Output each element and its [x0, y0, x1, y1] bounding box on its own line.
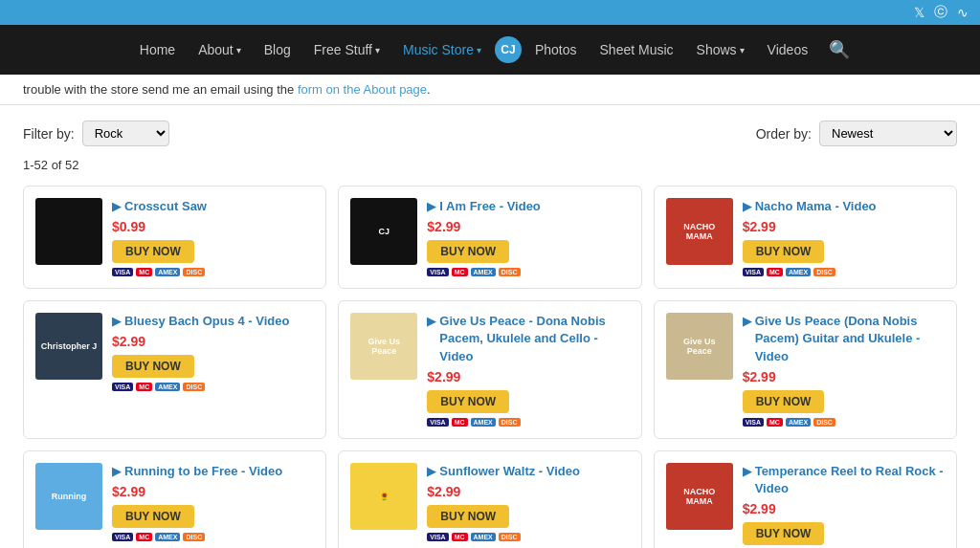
filter-select[interactable]: Rock Blues Classical Country Jazz Pop	[82, 121, 169, 146]
buy-now-button[interactable]: BUY NOW	[427, 505, 509, 528]
product-info: ▶Running to be Free - Video$2.99BUY NOWV…	[112, 463, 314, 541]
amex-icon: AMEX	[786, 418, 811, 427]
mc-icon: MC	[136, 383, 152, 391]
twitter-icon: 𝕏	[914, 5, 924, 20]
play-icon: ▶	[743, 199, 751, 215]
search-icon[interactable]: 🔍	[829, 39, 850, 60]
play-icon: ▶	[112, 199, 121, 215]
play-icon: ▶	[112, 464, 121, 480]
nav-shows[interactable]: Shows ▾	[687, 36, 754, 63]
product-title: ▶Running to be Free - Video	[112, 463, 314, 480]
mc-icon: MC	[767, 268, 783, 276]
product-info: ▶Nacho Mama - Video$2.99BUY NOWVISAMCAME…	[743, 198, 945, 276]
filter-row: Filter by: Rock Blues Classical Country …	[23, 121, 957, 146]
buy-now-button[interactable]: BUY NOW	[112, 240, 194, 263]
rss-icon: ∿	[957, 5, 969, 20]
product-title: ▶Sunflower Waltz - Video	[427, 463, 629, 480]
instagram-icon: ⓒ	[934, 4, 947, 19]
product-thumbnail: 🌻	[350, 463, 417, 530]
nav-photos[interactable]: Photos	[525, 36, 587, 63]
disc-icon: DISC	[499, 418, 521, 427]
payment-icons: VISAMCAMEXDISC	[743, 418, 945, 427]
play-icon: ▶	[743, 464, 751, 480]
music-store-dropdown-arrow: ▾	[477, 45, 481, 55]
disc-icon: DISC	[813, 268, 835, 276]
buy-now-button[interactable]: BUY NOW	[427, 390, 509, 413]
product-price: $2.99	[427, 484, 629, 499]
product-title: ▶Crosscut Saw	[112, 198, 314, 215]
nav-about[interactable]: About ▾	[189, 36, 251, 63]
visa-icon: VISA	[427, 418, 448, 427]
amex-icon: AMEX	[155, 533, 180, 541]
visa-icon: VISA	[112, 533, 133, 541]
disc-icon: DISC	[183, 383, 205, 391]
product-info: ▶Give Us Peace (Dona Nobis Pacem) Guitar…	[743, 313, 945, 427]
nav-blog[interactable]: Blog	[255, 36, 301, 63]
product-info: ▶I Am Free - Video$2.99BUY NOWVISAMCAMEX…	[427, 198, 629, 276]
product-info: ▶Temperance Reel to Real Rock - Video$2.…	[743, 463, 945, 548]
visa-icon: VISA	[112, 383, 133, 391]
order-label: Order by:	[756, 126, 812, 142]
product-price: $0.99	[112, 219, 314, 234]
play-icon: ▶	[743, 314, 751, 330]
product-count: 1-52 of 52	[23, 158, 957, 172]
visa-icon: VISA	[743, 418, 764, 427]
visa-icon: VISA	[743, 268, 764, 276]
product-card: Christopher J▶Bluesy Bach Opus 4 - Video…	[23, 300, 326, 439]
cj-logo[interactable]: CJ	[495, 36, 522, 63]
payment-icons: VISAMCAMEXDISC	[427, 418, 629, 427]
rss-link[interactable]: ∿	[957, 5, 969, 20]
product-info: ▶Crosscut Saw$0.99BUY NOWVISAMCAMEXDISC	[112, 198, 314, 276]
mc-icon: MC	[452, 533, 468, 541]
buy-now-button[interactable]: BUY NOW	[743, 240, 825, 263]
product-card: NACHO MAMA▶Temperance Reel to Real Rock …	[654, 450, 957, 548]
product-card: NACHO MAMA▶Nacho Mama - Video$2.99BUY NO…	[654, 186, 957, 289]
buy-now-button[interactable]: BUY NOW	[427, 240, 509, 263]
shows-dropdown-arrow: ▾	[740, 45, 745, 55]
product-thumbnail: Give Us Peace	[350, 313, 417, 380]
visa-icon: VISA	[427, 268, 448, 276]
order-select[interactable]: Newest Oldest Price: Low to High Price: …	[819, 121, 957, 146]
buy-now-button[interactable]: BUY NOW	[743, 522, 825, 545]
buy-now-button[interactable]: BUY NOW	[112, 355, 194, 378]
product-title: ▶Give Us Peace (Dona Nobis Pacem) Guitar…	[743, 313, 945, 365]
disc-icon: DISC	[813, 418, 835, 427]
product-title: ▶Temperance Reel to Real Rock - Video	[743, 463, 945, 497]
about-dropdown-arrow: ▾	[236, 45, 241, 55]
nav-home[interactable]: Home	[130, 36, 185, 63]
nav-videos[interactable]: Videos	[758, 36, 818, 63]
nav-sheet-music[interactable]: Sheet Music	[590, 36, 683, 63]
product-title: ▶Nacho Mama - Video	[743, 198, 945, 215]
product-price: $2.99	[743, 219, 945, 234]
payment-icons: VISAMCAMEXDISC	[112, 533, 314, 541]
product-card: ▶Crosscut Saw$0.99BUY NOWVISAMCAMEXDISC	[23, 186, 326, 289]
instagram-link[interactable]: ⓒ	[934, 4, 947, 21]
disc-icon: DISC	[183, 533, 205, 541]
filter-left: Filter by: Rock Blues Classical Country …	[23, 121, 169, 146]
product-card: Give Us Peace▶Give Us Peace - Dona Nobis…	[338, 300, 641, 439]
main-content: Filter by: Rock Blues Classical Country …	[0, 105, 980, 548]
amex-icon: AMEX	[155, 383, 180, 391]
buy-now-button[interactable]: BUY NOW	[743, 390, 825, 413]
mc-icon: MC	[136, 268, 152, 276]
twitter-link[interactable]: 𝕏	[914, 5, 924, 20]
product-thumbnail: Christopher J	[35, 313, 102, 380]
nav-free-stuff[interactable]: Free Stuff ▾	[304, 36, 390, 63]
product-thumbnail: Running	[35, 463, 102, 530]
product-card: CJ▶I Am Free - Video$2.99BUY NOWVISAMCAM…	[338, 186, 641, 289]
product-price: $2.99	[427, 219, 629, 234]
product-card: Give Us Peace▶Give Us Peace (Dona Nobis …	[654, 300, 957, 439]
product-thumbnail: NACHO MAMA	[666, 463, 733, 530]
free-stuff-dropdown-arrow: ▾	[375, 45, 380, 55]
product-title: ▶Give Us Peace - Dona Nobis Pacem, Ukule…	[427, 313, 629, 365]
buy-now-button[interactable]: BUY NOW	[112, 505, 194, 528]
product-title: ▶I Am Free - Video	[427, 198, 629, 215]
social-bar: 𝕏 ⓒ ∿	[0, 0, 980, 25]
play-icon: ▶	[427, 199, 435, 215]
mc-icon: MC	[136, 533, 152, 541]
about-page-link[interactable]: form on the About page	[298, 82, 427, 97]
product-grid: ▶Crosscut Saw$0.99BUY NOWVISAMCAMEXDISCC…	[23, 186, 957, 548]
nav-music-store[interactable]: Music Store ▾	[393, 36, 491, 63]
amex-icon: AMEX	[155, 268, 180, 276]
amex-icon: AMEX	[471, 268, 496, 276]
